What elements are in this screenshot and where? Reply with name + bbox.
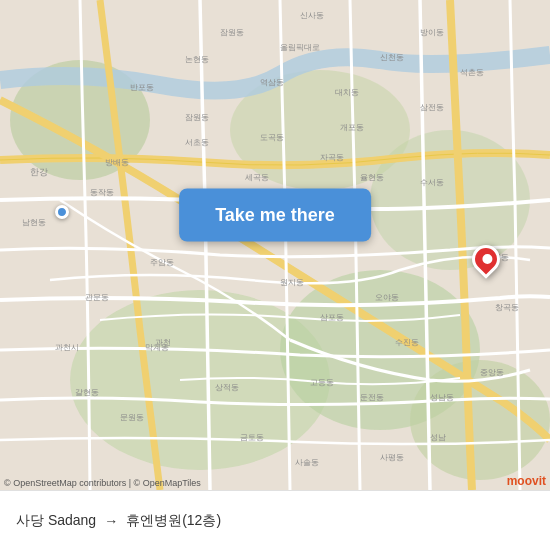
svg-text:원지동: 원지동 (280, 278, 304, 287)
logo-text: moovit (507, 474, 546, 488)
svg-text:갈현동: 갈현동 (75, 388, 99, 397)
svg-text:석촌동: 석촌동 (460, 68, 484, 77)
svg-text:율현동: 율현동 (360, 173, 384, 182)
svg-text:삼전동: 삼전동 (420, 103, 444, 112)
origin-marker (55, 205, 69, 219)
svg-text:사솔동: 사솔동 (295, 458, 319, 467)
svg-text:둔전동: 둔전동 (360, 393, 384, 402)
svg-text:한강: 한강 (30, 167, 48, 177)
svg-text:창곡동: 창곡동 (495, 303, 519, 312)
svg-text:서초동: 서초동 (185, 138, 209, 147)
svg-text:문원동: 문원동 (120, 413, 144, 422)
svg-text:과천시: 과천시 (55, 343, 79, 352)
svg-text:역삼동: 역삼동 (260, 78, 284, 87)
moovit-logo: moovit (507, 474, 546, 488)
destination-marker (472, 245, 500, 281)
svg-text:자곡동: 자곡동 (320, 153, 344, 162)
map-container: 한강 동작동 남현동 방배동 강남 주암동 관문동 과천시 막계동 갈현동 문원… (0, 0, 550, 490)
svg-text:남현동: 남현동 (22, 218, 46, 227)
footer: 사당 Sadang → 휴엔병원(12층) (0, 490, 550, 550)
svg-text:수진동: 수진동 (395, 338, 419, 347)
svg-text:논현동: 논현동 (185, 55, 209, 64)
svg-text:주암동: 주암동 (150, 258, 174, 267)
svg-text:성남: 성남 (430, 433, 446, 442)
svg-text:방이동: 방이동 (420, 28, 444, 37)
footer-arrow: → (104, 513, 118, 529)
svg-text:성남동: 성남동 (430, 393, 454, 402)
map-attribution: © OpenStreetMap contributors | © OpenMap… (4, 478, 201, 488)
map-svg: 한강 동작동 남현동 방배동 강남 주암동 관문동 과천시 막계동 갈현동 문원… (0, 0, 550, 490)
svg-text:올림픽대로: 올림픽대로 (280, 43, 320, 52)
attribution-text: © OpenStreetMap contributors | © OpenMap… (4, 478, 201, 488)
svg-text:신사동: 신사동 (300, 11, 324, 20)
svg-text:고등동: 고등동 (310, 378, 334, 387)
svg-text:방배동: 방배동 (105, 158, 129, 167)
svg-text:개포동: 개포동 (340, 123, 364, 132)
svg-text:신천동: 신천동 (380, 53, 404, 62)
svg-text:수서동: 수서동 (420, 178, 444, 187)
svg-text:동작동: 동작동 (90, 188, 114, 197)
svg-text:반포동: 반포동 (130, 83, 154, 92)
svg-text:사평동: 사평동 (380, 453, 404, 462)
svg-text:삼포동: 삼포동 (320, 313, 344, 322)
svg-text:세곡동: 세곡동 (245, 173, 269, 182)
svg-text:금토동: 금토동 (240, 433, 264, 442)
svg-text:잠원동: 잠원동 (185, 113, 209, 122)
footer-origin: 사당 Sadang (16, 512, 96, 530)
svg-text:도곡동: 도곡동 (260, 133, 284, 142)
svg-text:오야동: 오야동 (375, 293, 399, 302)
svg-text:과천: 과천 (155, 338, 171, 347)
take-me-there-button[interactable]: Take me there (179, 189, 371, 242)
button-overlay: Take me there (179, 189, 371, 242)
svg-text:관문동: 관문동 (85, 293, 109, 302)
svg-text:중앙동: 중앙동 (480, 368, 504, 377)
svg-text:잠원동: 잠원동 (220, 28, 244, 37)
svg-text:상적동: 상적동 (215, 383, 239, 392)
svg-text:대치동: 대치동 (335, 88, 359, 97)
footer-destination: 휴엔병원(12층) (126, 512, 221, 530)
